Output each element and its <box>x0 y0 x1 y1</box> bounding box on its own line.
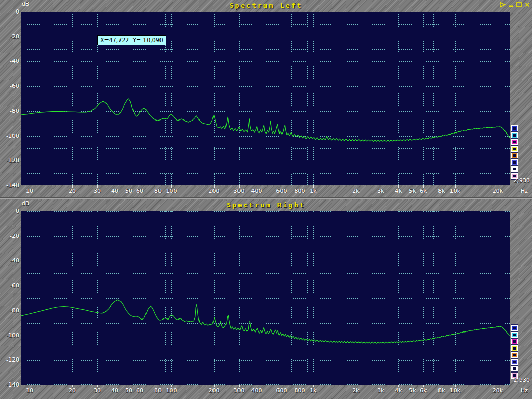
legend-swatch-2[interactable] <box>511 331 518 338</box>
restore-icon[interactable] <box>499 2 506 8</box>
trace-color-legend <box>511 325 519 379</box>
y-axis-label: -20 <box>0 33 19 40</box>
x-tick-label: 3k <box>377 387 384 394</box>
x-tick-label: 800 <box>295 387 305 394</box>
x-axis-unit: Hz <box>521 387 528 394</box>
x-tick-label: 2k <box>352 188 359 194</box>
x-tick-label: 6k <box>420 387 427 394</box>
y-axis-label: -40 <box>0 58 19 64</box>
legend-swatch-6[interactable] <box>511 159 518 166</box>
spectrum-right-window: Spectrum Right dB 0-20-40-60-80-100-120-… <box>0 200 532 398</box>
y-axis-label: -100 <box>0 132 19 139</box>
x-tick-label: 80 <box>154 387 162 394</box>
legend-swatch-5[interactable] <box>511 152 518 159</box>
maximize-icon[interactable] <box>516 2 522 8</box>
y-axis-unit: dB <box>22 200 29 206</box>
legend-swatch-5[interactable] <box>511 352 518 358</box>
x-tick-label: 5k <box>409 188 416 194</box>
plot-area-left[interactable]: X=47,722 Y=-10,090 <box>21 12 510 185</box>
x-tick-label: 2k <box>352 387 359 394</box>
x-tick-label: 40 <box>111 188 118 194</box>
sample-counter: 2,930 <box>514 177 530 184</box>
y-axis: 0-20-40-60-80-100-120-140 <box>0 0 19 198</box>
x-tick-label: 40 <box>111 387 118 394</box>
y-axis-unit: dB <box>22 1 29 7</box>
x-tick-label: 1k <box>310 188 316 194</box>
y-axis-label: -60 <box>0 282 19 289</box>
trace-color-legend <box>511 125 519 179</box>
x-tick-label: 3k <box>377 188 384 194</box>
x-tick-label: 8k <box>438 188 445 194</box>
y-axis-label: -20 <box>0 233 19 240</box>
x-tick-label: 5k <box>409 387 416 394</box>
x-tick-label: 200 <box>209 387 220 394</box>
x-tick-label: 10k <box>450 188 460 194</box>
legend-swatch-4[interactable] <box>511 345 518 352</box>
x-tick-label: 600 <box>276 188 287 194</box>
x-tick-label: 80 <box>154 188 162 194</box>
panel-title: Spectrum Right <box>0 201 532 209</box>
y-axis-label: -60 <box>0 83 19 89</box>
y-axis-label: -100 <box>0 332 19 339</box>
x-tick-label: 20 <box>69 387 76 394</box>
x-tick-label: 10 <box>26 188 33 194</box>
x-tick-label: 4k <box>395 188 402 194</box>
x-tick-label: 400 <box>251 387 262 394</box>
x-tick-label: 30 <box>94 188 101 194</box>
y-axis: 0-20-40-60-80-100-120-140 <box>0 200 19 398</box>
y-axis-label: -80 <box>0 307 19 314</box>
x-tick-label: 60 <box>136 387 143 394</box>
y-axis-label: -120 <box>0 157 19 164</box>
x-tick-label: 60 <box>136 188 143 194</box>
x-tick-label: 20k <box>493 387 503 394</box>
minimize-icon[interactable] <box>508 2 514 8</box>
x-tick-label: 50 <box>125 188 132 194</box>
x-tick-label: 800 <box>295 188 305 194</box>
spectrum-plot <box>21 211 510 385</box>
x-tick-label: 100 <box>166 387 177 394</box>
legend-swatch-3[interactable] <box>511 338 518 345</box>
x-tick-label: 1k <box>310 387 316 394</box>
close-icon[interactable] <box>524 2 530 8</box>
x-tick-label: 300 <box>234 387 245 394</box>
spectrum-plot <box>21 12 510 185</box>
legend-swatch-7[interactable] <box>511 166 518 172</box>
legend-swatch-6[interactable] <box>511 358 518 365</box>
x-tick-label: 200 <box>209 188 220 194</box>
legend-swatch-3[interactable] <box>511 139 518 145</box>
panel-title: Spectrum Left <box>0 2 532 9</box>
y-axis-label: 0 <box>0 208 19 215</box>
x-tick-label: 400 <box>251 188 262 194</box>
x-tick-label: 10k <box>450 387 460 394</box>
legend-swatch-4[interactable] <box>511 145 518 152</box>
x-tick-label: 50 <box>125 387 132 394</box>
legend-swatch-1[interactable] <box>511 125 518 132</box>
cursor-readout: X=47,722 Y=-10,090 <box>97 35 166 45</box>
x-tick-label: 8k <box>438 387 445 394</box>
x-axis: 102030405060801002003004006008001k2k3k4k… <box>0 385 532 396</box>
y-axis-label: -120 <box>0 356 19 363</box>
x-tick-label: 4k <box>395 387 402 394</box>
spectrum-left-window: Spectrum Left dB 0-20-40-60-80-100-120-1… <box>0 0 532 198</box>
x-tick-label: 100 <box>166 188 177 194</box>
x-tick-label: 30 <box>94 387 101 394</box>
x-axis: 102030405060801002003004006008001k2k3k4k… <box>0 185 532 197</box>
x-tick-label: 6k <box>420 188 427 194</box>
legend-swatch-1[interactable] <box>511 325 518 331</box>
window-controls <box>499 2 530 8</box>
y-axis-label: 0 <box>0 8 19 15</box>
x-axis-unit: Hz <box>521 188 528 194</box>
plot-area-right[interactable] <box>21 211 510 385</box>
x-tick-label: 20 <box>69 188 76 194</box>
x-tick-label: 600 <box>276 387 287 394</box>
y-axis-label: -40 <box>0 257 19 264</box>
x-tick-label: 20k <box>493 188 503 194</box>
legend-swatch-2[interactable] <box>511 132 518 139</box>
sample-counter: 2,930 <box>514 377 530 383</box>
x-tick-label: 10 <box>26 387 33 394</box>
y-axis-label: -80 <box>0 108 19 114</box>
legend-swatch-7[interactable] <box>511 365 518 372</box>
x-tick-label: 300 <box>234 188 245 194</box>
